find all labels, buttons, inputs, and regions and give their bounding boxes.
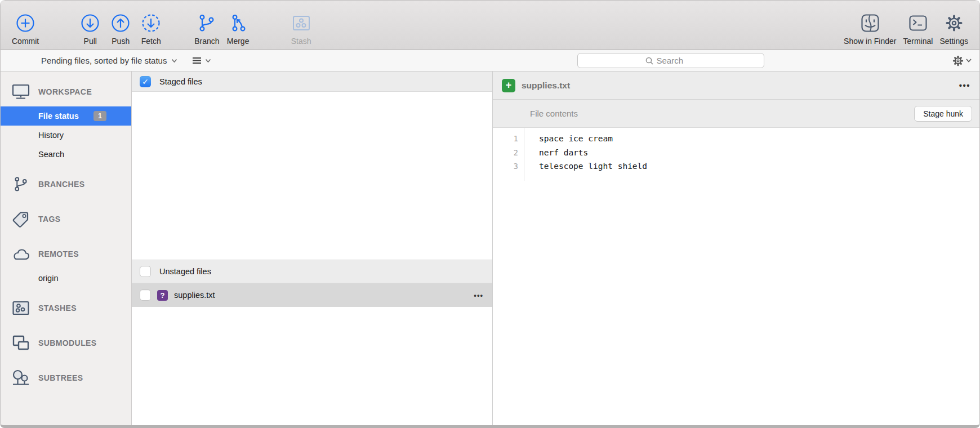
sidebar-item-origin[interactable]: origin	[1, 269, 131, 288]
chevron-down-icon	[966, 59, 972, 63]
diff-file-header: + supplies.txt •••	[493, 72, 979, 100]
commit-button[interactable]: Commit	[8, 1, 42, 50]
code-lines: space ice cream nerf darts telescope lig…	[493, 128, 979, 173]
code-line: telescope light shield	[539, 159, 979, 173]
hunk-header: File contents Stage hunk	[493, 100, 979, 128]
file-more-button[interactable]: •••	[474, 291, 483, 300]
merge-label: Merge	[227, 37, 250, 46]
sidebar-section-label: BRANCHES	[38, 180, 85, 189]
sidebar-section-label: SUBMODULES	[38, 338, 97, 347]
sidebar-section-label: STASHES	[38, 304, 77, 313]
staged-files-empty-area	[132, 92, 492, 260]
show-in-finder-label: Show in Finder	[844, 37, 896, 46]
commit-icon	[15, 11, 36, 35]
code-line: nerf darts	[539, 146, 979, 160]
pull-icon	[79, 11, 101, 35]
sidebar-section-tags[interactable]: TAGS	[1, 204, 131, 234]
file-name: supplies.txt	[174, 291, 215, 300]
terminal-label: Terminal	[903, 37, 933, 46]
toolbar-right-group: Show in Finder Terminal Settings	[840, 1, 972, 50]
stage-hunk-button[interactable]: Stage hunk	[914, 106, 972, 122]
sidebar-section-label: TAGS	[38, 215, 60, 224]
settings-label: Settings	[939, 37, 968, 46]
branch-button[interactable]: Branch	[191, 1, 222, 50]
sourcetree-window: Commit Pull Push Fetch Branch	[0, 0, 980, 428]
staged-files-label: Staged files	[159, 77, 202, 86]
terminal-icon	[908, 11, 928, 35]
finder-icon	[860, 11, 880, 35]
panel-settings-dropdown[interactable]	[952, 55, 972, 67]
code-line: space ice cream	[539, 132, 979, 146]
sidebar-item-history[interactable]: History	[1, 126, 131, 145]
sidebar-item-label: origin	[38, 274, 58, 283]
terminal-button[interactable]: Terminal	[900, 1, 937, 50]
fetch-label: Fetch	[141, 37, 161, 46]
pull-label: Pull	[84, 37, 97, 46]
filter-bar: Pending files, sorted by file status	[1, 50, 979, 72]
stash-button[interactable]: Stash	[286, 1, 317, 50]
sidebar-item-file-status[interactable]: File status 1	[1, 106, 131, 126]
sidebar: WORKSPACE File status 1 History Search	[1, 72, 132, 425]
gear-icon	[952, 55, 964, 67]
sidebar-section-label: WORKSPACE	[38, 87, 92, 96]
merge-button[interactable]: Merge	[223, 1, 253, 50]
stash-label: Stash	[291, 37, 311, 46]
subtrees-icon	[11, 368, 31, 387]
file-row-supplies[interactable]: ? supplies.txt •••	[132, 283, 492, 307]
file-checkbox[interactable]	[140, 289, 151, 301]
view-mode-dropdown[interactable]: Pending files, sorted by file status	[41, 56, 177, 65]
sidebar-item-label: File status	[38, 112, 79, 121]
file-contents-view: 1 2 3 space ice cream nerf darts telesco…	[493, 128, 979, 425]
staged-files-checkbox[interactable]: ✓	[140, 76, 151, 87]
unstaged-files-checkbox[interactable]	[140, 266, 151, 277]
line-number: 3	[493, 159, 524, 173]
sidebar-section-stashes[interactable]: STASHES	[1, 293, 131, 323]
search-field[interactable]	[577, 53, 764, 68]
list-options-dropdown[interactable]	[192, 57, 211, 64]
search-icon	[645, 57, 653, 65]
diff-file-name: supplies.txt	[522, 81, 570, 91]
hunk-title: File contents	[530, 109, 578, 118]
pull-button[interactable]: Pull	[75, 1, 105, 50]
sidebar-section-branches[interactable]: BRANCHES	[1, 170, 131, 199]
file-status-count-badge: 1	[93, 111, 106, 121]
merge-icon	[228, 11, 249, 35]
gear-icon	[944, 11, 964, 35]
added-plus-badge: +	[502, 79, 515, 92]
main-area: Pending files, sorted by file status	[1, 50, 979, 425]
filter-bar-right	[362, 50, 979, 71]
filter-bar-left: Pending files, sorted by file status	[1, 56, 362, 65]
branch-icon	[196, 11, 217, 35]
cloud-icon	[11, 246, 31, 262]
show-in-finder-button[interactable]: Show in Finder	[840, 1, 899, 50]
submodules-icon	[11, 334, 31, 352]
untracked-question-badge: ?	[157, 290, 168, 301]
file-status-list: ✓ Staged files Unstaged files ? supplies…	[132, 72, 493, 425]
fetch-button[interactable]: Fetch	[136, 1, 166, 50]
sidebar-section-label: REMOTES	[38, 249, 79, 258]
list-view-icon	[192, 57, 202, 64]
sidebar-section-subtrees[interactable]: SUBTREES	[1, 363, 131, 393]
sidebar-section-label: SUBTREES	[38, 373, 83, 382]
push-label: Push	[112, 37, 130, 46]
sidebar-section-submodules[interactable]: SUBMODULES	[1, 328, 131, 358]
settings-button[interactable]: Settings	[936, 1, 972, 50]
chevron-down-icon	[205, 59, 211, 63]
tag-icon	[11, 209, 31, 229]
line-number-gutter: 1 2 3	[493, 128, 524, 181]
sidebar-item-label: Search	[38, 150, 64, 159]
monitor-icon	[11, 83, 31, 101]
sidebar-section-workspace[interactable]: WORKSPACE	[1, 77, 131, 106]
staged-files-header: ✓ Staged files	[132, 72, 492, 92]
sidebar-section-remotes[interactable]: REMOTES	[1, 239, 131, 269]
stash-icon	[291, 11, 312, 35]
commit-label: Commit	[12, 37, 39, 46]
view-mode-label: Pending files, sorted by file status	[41, 56, 167, 65]
push-button[interactable]: Push	[105, 1, 136, 50]
unstaged-files-header: Unstaged files	[132, 260, 492, 283]
toolbar: Commit Pull Push Fetch Branch	[1, 1, 979, 50]
search-input[interactable]	[657, 56, 696, 65]
diff-more-button[interactable]: •••	[959, 81, 970, 90]
stash-box-icon	[11, 300, 31, 316]
sidebar-item-search[interactable]: Search	[1, 145, 131, 164]
